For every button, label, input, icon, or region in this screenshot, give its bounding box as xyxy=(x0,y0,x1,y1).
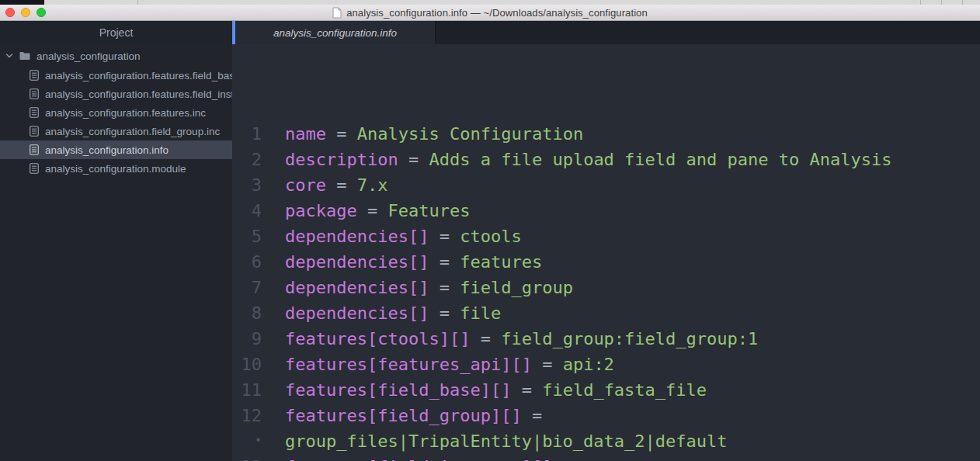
file-icon xyxy=(30,107,39,118)
line-number: 7 xyxy=(232,275,285,300)
code-text: name = Analysis Configuration xyxy=(285,121,980,147)
code-line[interactable]: 12 features[field_group][] = xyxy=(232,403,980,428)
tree-file-row[interactable]: analysis_configuration.info xyxy=(0,140,232,159)
code-text: dependencies[] = file xyxy=(285,300,980,326)
sidebar-header: Project xyxy=(0,21,232,44)
file-icon xyxy=(30,88,39,99)
folder-icon xyxy=(19,51,30,61)
tab-bar: analysis_configuration.info xyxy=(232,21,980,44)
file-tree: analysis_configuration analysis_configur… xyxy=(0,44,232,178)
file-name: analysis_configuration.features.field_in… xyxy=(45,88,232,100)
code-editor[interactable]: 1 name = Analysis Configuration 2 descri… xyxy=(232,44,980,461)
line-number: 11 xyxy=(232,377,285,403)
file-icon xyxy=(30,144,39,155)
line-number: 2 xyxy=(232,147,285,172)
file-icon xyxy=(30,163,39,174)
code-text: features[field_group][] = xyxy=(285,403,980,428)
line-number: 10 xyxy=(232,352,285,377)
traffic-lights xyxy=(5,8,46,17)
code-line[interactable]: 6 dependencies[] = features xyxy=(232,249,980,275)
line-number: 13 xyxy=(232,454,285,461)
code-line[interactable]: 2 description = Adds a file upload field… xyxy=(232,147,980,172)
code-line[interactable]: 9 features[ctools][] = field_group:field… xyxy=(232,326,980,352)
line-number: 9 xyxy=(232,326,285,352)
code-text: core = 7.x xyxy=(285,172,980,198)
tab-analysis-configuration-info[interactable]: analysis_configuration.info xyxy=(235,21,436,44)
app-window: analysis_configuration.info — ~/Download… xyxy=(0,0,980,461)
code-text: package = Features xyxy=(285,198,980,224)
code-line[interactable]: 13 features[field_instance][] = xyxy=(232,454,980,461)
file-name: analysis_configuration.features.field_ba… xyxy=(45,70,232,81)
file-name: analysis_configuration.module xyxy=(45,163,186,175)
zoom-button[interactable] xyxy=(36,8,46,17)
editor-pane: analysis_configuration.info 1 name = Ana… xyxy=(232,21,980,461)
line-number: 5 xyxy=(232,224,285,249)
window-titlebar: analysis_configuration.info — ~/Download… xyxy=(0,5,980,21)
file-name: analysis_configuration.field_group.inc xyxy=(45,126,220,137)
document-icon xyxy=(332,7,342,19)
code-text: features[features_api][] = api:2 xyxy=(285,352,980,377)
code-line[interactable]: 1 name = Analysis Configuration xyxy=(232,121,980,147)
tree-folder-row[interactable]: analysis_configuration xyxy=(0,46,232,66)
file-icon xyxy=(30,126,39,137)
project-sidebar: Project analysis_configuration xyxy=(0,21,232,461)
tree-file-row[interactable]: analysis_configuration.field_group.inc xyxy=(0,122,232,140)
tree-file-row[interactable]: analysis_configuration.features.inc xyxy=(0,103,232,122)
tree-file-row[interactable]: analysis_configuration.module xyxy=(0,159,232,178)
tree-file-row[interactable]: analysis_configuration.features.field_ba… xyxy=(0,66,232,85)
close-button[interactable] xyxy=(5,8,15,17)
line-number: • xyxy=(232,428,285,454)
code-text: dependencies[] = ctools xyxy=(285,224,980,249)
file-name: analysis_configuration.info xyxy=(45,144,169,156)
tree-file-row[interactable]: analysis_configuration.features.field_in… xyxy=(0,85,232,103)
code-text: features[field_instance][] = xyxy=(285,454,980,461)
line-number: 1 xyxy=(232,121,285,147)
code-line[interactable]: 10 features[features_api][] = api:2 xyxy=(232,352,980,377)
code-line[interactable]: 11 features[field_base][] = field_fasta_… xyxy=(232,377,980,403)
minimize-button[interactable] xyxy=(21,8,30,17)
line-number: 4 xyxy=(232,198,285,224)
code-text: group_files|TripalEntity|bio_data_2|defa… xyxy=(285,428,980,454)
file-icon xyxy=(30,70,39,81)
line-number: 3 xyxy=(232,172,285,198)
line-number: 8 xyxy=(232,300,285,326)
line-number: 12 xyxy=(232,403,285,428)
code-text: dependencies[] = field_group xyxy=(285,275,980,300)
line-number: 6 xyxy=(232,249,285,275)
window-title: analysis_configuration.info — ~/Download… xyxy=(346,7,648,19)
code-text: features[field_base][] = field_fasta_fil… xyxy=(285,377,980,403)
chevron-down-icon xyxy=(5,52,13,60)
code-line[interactable]: 4 package = Features xyxy=(232,198,980,224)
code-text: dependencies[] = features xyxy=(285,249,980,275)
folder-name: analysis_configuration xyxy=(36,50,141,62)
file-name: analysis_configuration.features.inc xyxy=(45,107,206,119)
code-line[interactable]: 8 dependencies[] = file xyxy=(232,300,980,326)
code-text: description = Adds a file upload field a… xyxy=(285,147,980,172)
code-line[interactable]: 5 dependencies[] = ctools xyxy=(232,224,980,249)
code-line[interactable]: 3 core = 7.x xyxy=(232,172,980,198)
code-text: features[ctools][] = field_group:field_g… xyxy=(285,326,980,352)
code-line[interactable]: • group_files|TripalEntity|bio_data_2|de… xyxy=(232,428,980,454)
code-line[interactable]: 7 dependencies[] = field_group xyxy=(232,275,980,300)
